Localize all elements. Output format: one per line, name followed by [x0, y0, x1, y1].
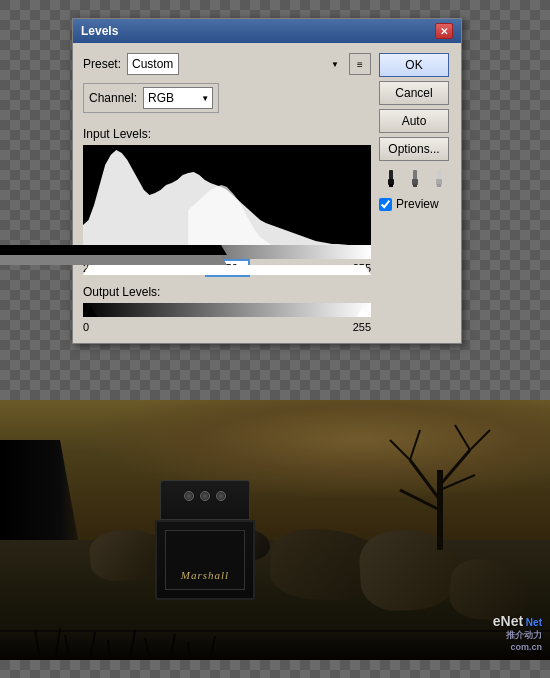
preview-label: Preview [396, 197, 439, 211]
marshall-amp: Marshall [155, 480, 255, 600]
close-button[interactable]: ✕ [435, 23, 453, 39]
amp-knobs [161, 481, 249, 501]
output-values-row: 0 255 [83, 321, 371, 333]
preset-select[interactable]: Custom [127, 53, 179, 75]
histogram [83, 145, 371, 245]
input-slider-gradient [83, 245, 371, 259]
output-levels-label: Output Levels: [83, 285, 371, 299]
input-levels-label: Input Levels: [83, 127, 371, 141]
preview-row: Preview [379, 197, 451, 211]
white-eyedropper-icon[interactable] [429, 169, 449, 189]
svg-rect-3 [389, 184, 393, 187]
output-slider-gradient [83, 303, 371, 317]
preset-select-wrapper: Custom [127, 53, 343, 75]
channel-row: Channel: RGB Red Green Blue [83, 83, 219, 113]
svg-line-23 [108, 640, 110, 660]
gray-eyedropper-icon[interactable] [405, 169, 425, 189]
cancel-button[interactable]: Cancel [379, 81, 449, 105]
dialog-content: Preset: Custom ≡ Channel: RGB Red [73, 43, 461, 343]
svg-line-13 [390, 440, 410, 460]
svg-line-24 [130, 630, 135, 660]
photo-area: Marshall eNet Net 推介动力com.cn [0, 400, 550, 660]
auto-button[interactable]: Auto [379, 109, 449, 133]
ok-button[interactable]: OK [379, 53, 449, 77]
svg-rect-6 [413, 184, 417, 187]
svg-line-28 [210, 636, 215, 660]
svg-rect-9 [437, 184, 441, 187]
channel-select[interactable]: RGB Red Green Blue [143, 87, 213, 109]
amp-cabinet: Marshall [155, 520, 255, 600]
watermark: eNet Net 推介动力com.cn [493, 613, 542, 652]
dialog-title: Levels [81, 24, 118, 38]
dialog-left-panel: Preset: Custom ≡ Channel: RGB Red [83, 53, 371, 333]
amp-knob-2 [200, 491, 210, 501]
photo-scene: Marshall eNet Net 推介动力com.cn [0, 400, 550, 660]
amp-knob-1 [184, 491, 194, 501]
preset-row: Preset: Custom ≡ [83, 53, 371, 75]
svg-line-14 [410, 430, 420, 460]
preset-label: Preset: [83, 57, 121, 71]
grass-silhouette [30, 620, 230, 660]
watermark-enet: eNet [493, 613, 523, 629]
svg-line-27 [188, 642, 190, 660]
levels-dialog: Levels ✕ Preset: Custom ≡ Channel: [72, 18, 462, 344]
channel-row-wrapper: Channel: RGB Red Green Blue [83, 83, 371, 121]
output-min-value: 0 [83, 321, 123, 333]
svg-line-21 [65, 635, 70, 660]
channel-label: Channel: [89, 91, 137, 105]
output-section: Output Levels: 0 255 [83, 285, 371, 333]
svg-line-20 [55, 628, 60, 660]
eyedropper-row [379, 169, 451, 189]
amp-head [160, 480, 250, 520]
input-slider-track [83, 245, 371, 259]
svg-rect-7 [437, 170, 441, 180]
dialog-titlebar: Levels ✕ [73, 19, 461, 43]
preview-checkbox[interactable] [379, 198, 392, 211]
input-black-handle[interactable] [0, 245, 227, 255]
svg-rect-4 [413, 170, 417, 180]
amp-knob-3 [216, 491, 226, 501]
amp-brand-badge: Marshall [181, 569, 229, 581]
input-white-handle[interactable] [83, 265, 371, 275]
channel-select-wrapper: RGB Red Green Blue [143, 87, 213, 109]
amp-grille: Marshall [165, 530, 245, 590]
output-black-handle[interactable] [85, 307, 97, 317]
tree-silhouette [380, 410, 500, 550]
dialog-right-panel: OK Cancel Auto Options... [379, 53, 451, 333]
watermark-sub: 推介动力com.cn [493, 629, 542, 652]
input-gray-handle[interactable] [0, 255, 227, 265]
black-eyedropper-icon[interactable] [381, 169, 401, 189]
preset-options-button[interactable]: ≡ [349, 53, 371, 75]
options-button[interactable]: Options... [379, 137, 449, 161]
svg-line-25 [145, 638, 150, 660]
svg-line-16 [455, 425, 470, 450]
svg-line-22 [90, 632, 95, 660]
output-max-value: 255 [353, 321, 371, 333]
svg-line-26 [170, 634, 175, 660]
svg-rect-1 [389, 170, 393, 180]
histogram-svg [83, 145, 371, 245]
svg-line-19 [35, 630, 40, 660]
svg-line-15 [470, 430, 490, 450]
output-white-handle[interactable] [357, 307, 369, 317]
svg-line-11 [410, 460, 440, 500]
